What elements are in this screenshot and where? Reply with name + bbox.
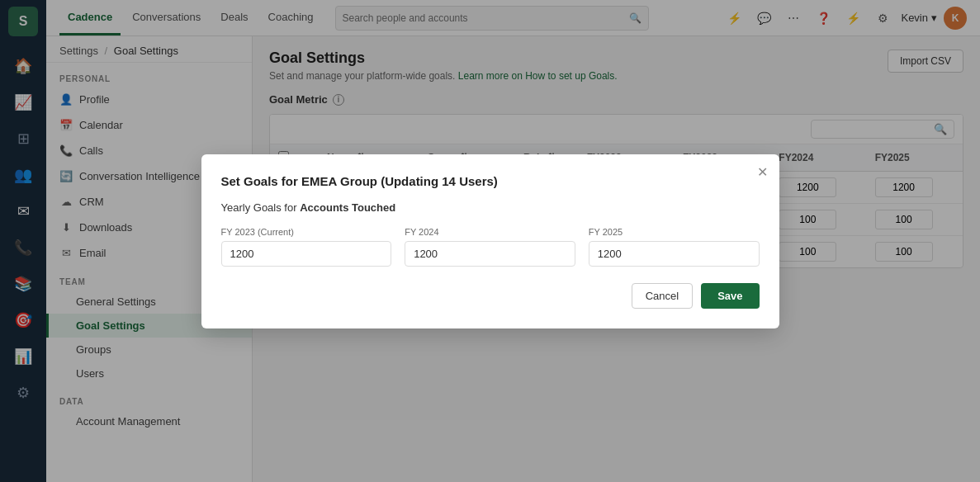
modal-actions: Cancel Save xyxy=(221,283,760,309)
fy-grid: FY 2023 (Current) FY 2024 FY 2025 xyxy=(221,227,760,267)
modal-metric: Accounts Touched xyxy=(300,201,395,214)
fy-col-2024: FY 2024 xyxy=(405,227,575,267)
fy-col-2025: FY 2025 xyxy=(589,227,760,267)
save-button[interactable]: Save xyxy=(701,283,759,309)
modal-title: Set Goals for EMEA Group (Updating 14 Us… xyxy=(221,174,760,188)
fy2024-label: FY 2024 xyxy=(405,227,575,237)
yearly-prefix: Yearly xyxy=(221,201,251,214)
fy2024-input[interactable] xyxy=(405,241,575,267)
fy2023-label: FY 2023 (Current) xyxy=(221,227,392,237)
cancel-button[interactable]: Cancel xyxy=(632,283,693,309)
fy-col-2023: FY 2023 (Current) xyxy=(221,227,392,267)
modal-overlay[interactable]: Set Goals for EMEA Group (Updating 14 Us… xyxy=(0,0,980,482)
modal-close-button[interactable]: ✕ xyxy=(757,166,768,179)
goals-for-text: Goals for xyxy=(253,201,297,214)
set-goals-modal: Set Goals for EMEA Group (Updating 14 Us… xyxy=(201,154,779,328)
fy2025-input[interactable] xyxy=(589,241,760,267)
modal-goal-label: Yearly Goals for Accounts Touched xyxy=(221,201,760,214)
fy2025-label: FY 2025 xyxy=(589,227,760,237)
fy2023-input[interactable] xyxy=(221,241,392,267)
